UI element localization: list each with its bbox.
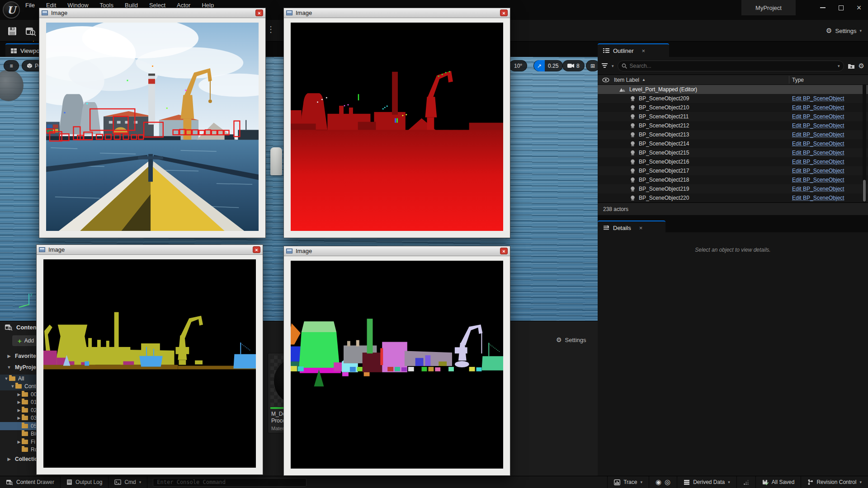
outliner-row[interactable]: BP_SceneObject220Edit BP_SceneObject: [598, 193, 868, 202]
window-icon: [286, 10, 292, 15]
folder-icon: [9, 376, 15, 381]
filter-chevron-icon[interactable]: ▾: [612, 64, 614, 68]
edit-blueprint-link[interactable]: Edit BP_SceneObject: [792, 168, 844, 174]
column-divider[interactable]: [789, 76, 789, 84]
scene-object-icon: [630, 96, 635, 101]
viewport-ship: [270, 147, 282, 175]
search-options-chevron-icon[interactable]: ▾: [838, 64, 840, 68]
image-window-semantic-seg[interactable]: Image ×: [36, 244, 263, 475]
kebab-menu-icon[interactable]: ⋮: [267, 24, 275, 34]
favorites-section[interactable]: ▶ Favorites: [6, 353, 39, 359]
outliner-row[interactable]: BP_SceneObject218Edit BP_SceneObject: [598, 175, 868, 184]
minimize-button[interactable]: [814, 0, 832, 15]
unreal-logo-icon[interactable]: U: [3, 1, 20, 19]
outliner-search[interactable]: ▾: [618, 61, 844, 71]
outliner-level-row[interactable]: Level_Port_Mapped (Editor): [598, 85, 868, 94]
insights-buttons[interactable]: ◉ ◎: [649, 476, 677, 488]
content-browser-settings-button[interactable]: ⚙ Settings: [556, 336, 586, 343]
depth-mask-image: [291, 23, 503, 231]
content-drawer-button[interactable]: Content Drawer: [0, 476, 61, 488]
outliner-row[interactable]: BP_SceneObject213Edit BP_SceneObject: [598, 130, 868, 139]
unreal-editor: U File Edit Window Tools Build Select Ac…: [0, 0, 868, 488]
window-title-bar[interactable]: Image ×: [284, 8, 510, 18]
image-window-red-mask[interactable]: Image ×: [283, 8, 510, 238]
type-column[interactable]: Type: [792, 77, 804, 83]
all-saved-button[interactable]: All Saved: [755, 476, 801, 488]
search-input[interactable]: [630, 63, 835, 69]
window-icon: [286, 249, 292, 253]
project-section[interactable]: ▼ MyProject: [6, 364, 41, 371]
outliner-row[interactable]: BP_SceneObject216Edit BP_SceneObject: [598, 157, 868, 166]
new-folder-icon[interactable]: [848, 63, 855, 69]
output-log-button[interactable]: Output Log: [61, 476, 108, 488]
edit-blueprint-link[interactable]: Edit BP_SceneObject: [792, 150, 844, 156]
fov-button[interactable]: 10°: [509, 60, 527, 71]
settings-label: Settings: [835, 28, 856, 34]
outliner-row[interactable]: BP_SceneObject215Edit BP_SceneObject: [598, 148, 868, 157]
close-button[interactable]: ×: [850, 0, 868, 15]
folder-icon: [22, 440, 28, 444]
outliner-settings-gear-icon[interactable]: ⚙: [859, 62, 864, 70]
add-button[interactable]: + Add: [12, 335, 40, 347]
visibility-eye-icon[interactable]: [602, 78, 609, 82]
content-drawer-toolbar-icon[interactable]: [25, 26, 36, 36]
edit-blueprint-link[interactable]: Edit BP_SceneObject: [792, 159, 844, 165]
revision-control-button[interactable]: Revision Control ▾: [801, 476, 868, 488]
terminal-icon: [114, 479, 121, 485]
window-title-bar[interactable]: Image ×: [39, 8, 265, 18]
main-settings-button[interactable]: ⚙ Settings ▾: [826, 24, 862, 37]
folder-icon: [22, 424, 28, 428]
edit-blueprint-link[interactable]: Edit BP_SceneObject: [792, 95, 844, 102]
outliner-row[interactable]: BP_SceneObject217Edit BP_SceneObject: [598, 166, 868, 175]
edit-blueprint-link[interactable]: Edit BP_SceneObject: [792, 141, 844, 147]
screen-percentage-button[interactable]: ↗ 0.25: [533, 60, 563, 71]
menu-file[interactable]: File: [25, 2, 35, 9]
search-icon: [622, 63, 627, 69]
camera-speed-value: 8: [576, 63, 580, 69]
instance-segmentation-image: [291, 261, 503, 469]
outliner-scrollbar[interactable]: [863, 85, 866, 202]
edit-blueprint-link[interactable]: Edit BP_SceneObject: [792, 131, 844, 138]
edit-blueprint-link[interactable]: Edit BP_SceneObject: [792, 177, 844, 183]
outliner-row[interactable]: BP_SceneObject212Edit BP_SceneObject: [598, 121, 868, 130]
window-title-bar[interactable]: Image ×: [284, 246, 510, 256]
edit-blueprint-link[interactable]: Edit BP_SceneObject: [792, 195, 844, 201]
project-title: MyProject: [741, 0, 796, 15]
window-title-bar[interactable]: Image ×: [37, 245, 263, 255]
scene-object-icon: [630, 105, 635, 110]
outliner-row[interactable]: BP_SceneObject219Edit BP_SceneObject: [598, 184, 868, 193]
window-close-button[interactable]: ×: [500, 9, 508, 16]
outliner-row[interactable]: BP_SceneObject209Edit BP_SceneObject: [598, 94, 868, 103]
svg-text:y: y: [30, 292, 33, 296]
item-label-column[interactable]: Item Label: [614, 77, 639, 83]
image-window-instance-seg[interactable]: Image ×: [283, 246, 510, 476]
outliner-row[interactable]: BP_SceneObject210Edit BP_SceneObject: [598, 103, 868, 112]
window-close-button[interactable]: ×: [253, 246, 260, 253]
outliner-column-header[interactable]: Item Label ▲ Type: [598, 75, 868, 85]
outliner-row[interactable]: BP_SceneObject211Edit BP_SceneObject: [598, 112, 868, 121]
camera-speed-button[interactable]: 8: [562, 60, 585, 71]
cmd-button[interactable]: Cmd ▾: [108, 476, 147, 488]
restore-button[interactable]: [832, 0, 850, 15]
close-icon[interactable]: ×: [639, 225, 643, 231]
window-close-button[interactable]: ×: [255, 9, 263, 16]
outliner-row[interactable]: BP_SceneObject214Edit BP_SceneObject: [598, 139, 868, 148]
edit-blueprint-link[interactable]: Edit BP_SceneObject: [792, 113, 844, 120]
viewport-grid-icon: [11, 48, 17, 53]
edit-blueprint-link[interactable]: Edit BP_SceneObject: [792, 122, 844, 129]
trace-button[interactable]: Trace ▾: [607, 476, 649, 488]
save-icon[interactable]: [7, 26, 17, 36]
console-command-input[interactable]: [153, 478, 307, 487]
filter-icon[interactable]: [601, 63, 608, 69]
gear-icon: ⚙: [556, 336, 562, 343]
outliner-icon: [603, 48, 609, 53]
edit-blueprint-link[interactable]: Edit BP_SceneObject: [792, 104, 844, 111]
window-title: Image: [48, 246, 65, 253]
edit-blueprint-link[interactable]: Edit BP_SceneObject: [792, 186, 844, 192]
window-close-button[interactable]: ×: [500, 248, 508, 254]
derived-data-button[interactable]: Derived Data ▾: [677, 476, 736, 488]
tab-outliner[interactable]: Outliner ×: [598, 43, 669, 57]
image-window-rgb[interactable]: Image ×: [39, 8, 266, 238]
close-icon[interactable]: ×: [642, 47, 646, 54]
viewport-options-button[interactable]: ≡: [4, 60, 19, 71]
